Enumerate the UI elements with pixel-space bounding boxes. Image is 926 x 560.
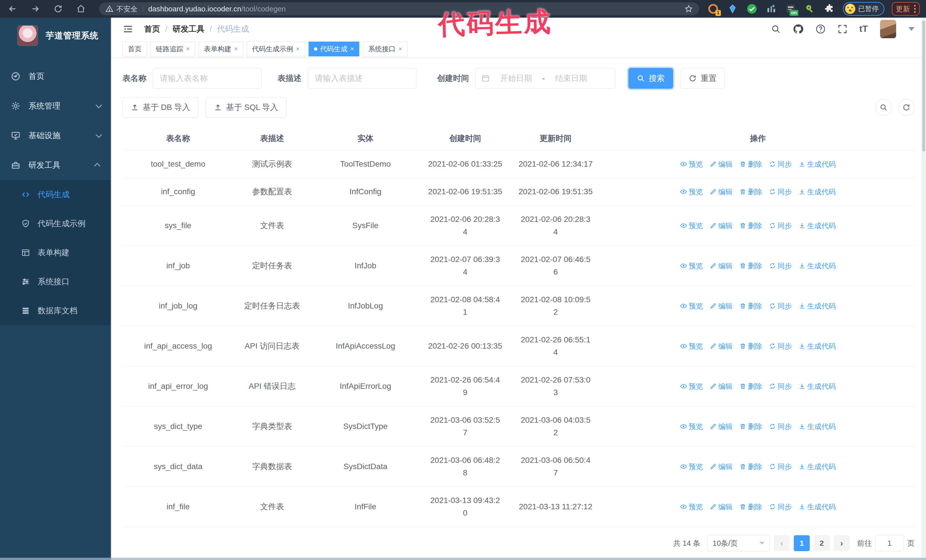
sidebar-item-db-docs[interactable]: 数据库文档	[0, 296, 110, 325]
reset-button[interactable]: 重置	[680, 68, 725, 89]
preview-link[interactable]: 预览	[680, 341, 703, 351]
extension-icon-1[interactable]: 1	[707, 3, 719, 15]
goto-page-input[interactable]	[875, 535, 904, 551]
browser-profile-paused-badge[interactable]: 已暂停	[843, 2, 884, 16]
edit-link[interactable]: 编辑	[710, 502, 732, 512]
preview-link[interactable]: 预览	[680, 462, 703, 471]
extension-icon-2[interactable]	[726, 3, 738, 15]
generate-code-link[interactable]: 生成代码	[799, 261, 836, 270]
edit-link[interactable]: 编辑	[710, 462, 732, 471]
github-icon[interactable]	[793, 24, 803, 35]
sidebar-item-home[interactable]: 首页	[0, 62, 110, 91]
sync-link[interactable]: 同步	[769, 502, 792, 512]
breadcrumb-home[interactable]: 首页	[144, 24, 160, 35]
delete-link[interactable]: 删除	[739, 221, 762, 231]
search-button[interactable]: 搜索	[628, 68, 673, 89]
close-icon[interactable]: ×	[234, 46, 238, 52]
font-size-icon[interactable]: tT	[859, 24, 868, 34]
close-icon[interactable]: ×	[296, 46, 300, 52]
tab-system-api[interactable]: 系统接口×	[363, 42, 407, 56]
sidebar-item-dev-tools[interactable]: 研发工具	[0, 150, 110, 180]
preview-link[interactable]: 预览	[680, 187, 703, 196]
import-sql-button[interactable]: 基于 SQL 导入	[206, 97, 286, 118]
edit-link[interactable]: 编辑	[710, 382, 732, 391]
delete-link[interactable]: 删除	[739, 341, 762, 351]
generate-code-link[interactable]: 生成代码	[799, 301, 836, 311]
preview-link[interactable]: 预览	[680, 502, 703, 512]
sync-link[interactable]: 同步	[769, 422, 792, 431]
start-date-input[interactable]	[493, 74, 539, 83]
help-icon[interactable]	[816, 24, 826, 34]
edit-link[interactable]: 编辑	[710, 261, 732, 270]
sidebar-item-infrastructure[interactable]: 基础设施	[0, 121, 110, 150]
sidebar-item-system[interactable]: 系统管理	[0, 91, 110, 121]
generate-code-link[interactable]: 生成代码	[799, 341, 836, 351]
generate-code-link[interactable]: 生成代码	[799, 462, 836, 471]
fullscreen-icon[interactable]	[838, 24, 847, 34]
preview-link[interactable]: 预览	[680, 382, 703, 391]
browser-menu-icon[interactable]	[914, 5, 916, 13]
sidebar-collapse-icon[interactable]	[123, 24, 133, 35]
scrollbar-thumb[interactable]	[922, 21, 925, 151]
table-name-input[interactable]	[153, 68, 262, 89]
browser-reload-button[interactable]	[52, 3, 64, 15]
page-button-1[interactable]: 1	[794, 535, 810, 551]
tab-codegen[interactable]: 代码生成×	[309, 42, 360, 56]
browser-home-button[interactable]	[75, 3, 87, 15]
page-scrollbar[interactable]	[921, 18, 926, 558]
tab-codegen-example[interactable]: 代码生成示例×	[247, 42, 305, 56]
close-icon[interactable]: ×	[351, 46, 354, 52]
tab-tracing[interactable]: 链路追踪×	[150, 42, 195, 56]
extension-icon-5[interactable]: on	[785, 3, 797, 15]
user-menu-caret-icon[interactable]	[908, 27, 915, 31]
sidebar-item-system-api[interactable]: 系统接口	[0, 267, 110, 296]
generate-code-link[interactable]: 生成代码	[799, 221, 836, 231]
close-icon[interactable]: ×	[186, 46, 190, 52]
sidebar-item-form-builder[interactable]: 表单构建	[0, 238, 110, 267]
end-date-input[interactable]	[548, 74, 594, 83]
sync-link[interactable]: 同步	[769, 301, 792, 311]
tab-form-builder[interactable]: 表单构建×	[198, 42, 243, 56]
search-icon[interactable]	[771, 24, 781, 34]
sync-link[interactable]: 同步	[769, 462, 792, 471]
delete-link[interactable]: 删除	[739, 422, 762, 431]
sidebar-item-codegen[interactable]: 代码生成	[0, 180, 110, 209]
generate-code-link[interactable]: 生成代码	[799, 422, 836, 431]
sidebar-logo[interactable]: 芋道管理系统	[0, 18, 110, 54]
browser-forward-button[interactable]	[29, 3, 42, 15]
sync-link[interactable]: 同步	[769, 341, 792, 351]
sync-link[interactable]: 同步	[769, 187, 792, 196]
table-desc-input[interactable]	[308, 68, 416, 89]
delete-link[interactable]: 删除	[739, 160, 762, 169]
preview-link[interactable]: 预览	[680, 422, 703, 431]
generate-code-link[interactable]: 生成代码	[799, 502, 836, 512]
bookmark-star-icon[interactable]	[684, 5, 693, 13]
import-db-button[interactable]: 基于 DB 导入	[123, 97, 198, 118]
prev-page-button[interactable]: ‹	[774, 535, 790, 551]
extension-icon-3[interactable]	[746, 3, 758, 15]
sync-link[interactable]: 同步	[769, 160, 792, 169]
edit-link[interactable]: 编辑	[710, 341, 732, 351]
edit-link[interactable]: 编辑	[710, 221, 732, 231]
page-size-select[interactable]: 10条/页	[707, 535, 770, 551]
create-time-range-picker[interactable]: -	[475, 68, 616, 89]
sync-link[interactable]: 同步	[769, 221, 792, 231]
page-button-2[interactable]: 2	[814, 535, 830, 551]
toggle-search-button[interactable]	[875, 99, 892, 116]
generate-code-link[interactable]: 生成代码	[799, 187, 836, 196]
preview-link[interactable]: 预览	[680, 221, 703, 231]
preview-link[interactable]: 预览	[680, 261, 703, 270]
edit-link[interactable]: 编辑	[710, 301, 732, 311]
delete-link[interactable]: 删除	[739, 261, 762, 270]
edit-link[interactable]: 编辑	[710, 160, 732, 169]
tab-home[interactable]: 首页	[123, 42, 147, 56]
preview-link[interactable]: 预览	[680, 160, 703, 169]
edit-link[interactable]: 编辑	[710, 187, 732, 196]
delete-link[interactable]: 删除	[739, 462, 762, 471]
refresh-table-button[interactable]	[898, 99, 915, 116]
extension-icon-4[interactable]	[765, 3, 777, 15]
delete-link[interactable]: 删除	[739, 187, 762, 196]
breadcrumb-dev-tools[interactable]: 研发工具	[172, 24, 204, 35]
browser-back-button[interactable]	[6, 3, 19, 15]
user-avatar[interactable]	[880, 20, 896, 38]
